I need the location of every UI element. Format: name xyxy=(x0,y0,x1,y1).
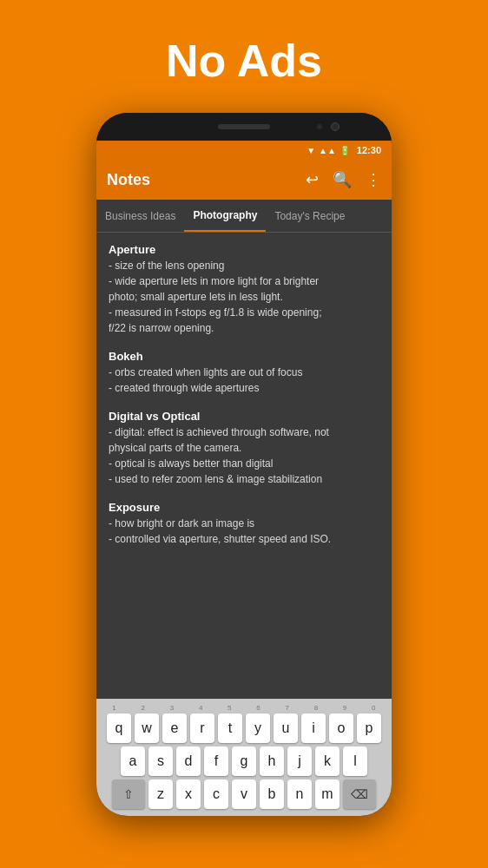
note-exposure-line1: - how bright or dark an image is xyxy=(109,516,379,531)
note-aperture-line3: photo; small aperture lets in less light… xyxy=(109,289,379,305)
key-a[interactable]: a xyxy=(121,746,145,776)
note-aperture-title: Aperture xyxy=(109,243,379,256)
note-exposure-line2: - controlled via aperture, shutter speed… xyxy=(109,531,379,547)
key-f[interactable]: f xyxy=(204,746,228,776)
note-bokeh-line1: - orbs created when lights are out of fo… xyxy=(109,365,379,380)
status-bar-icons: ▼ ▲▲ 🔋 12:30 xyxy=(307,145,381,155)
app-toolbar: Notes ↩ 🔍 ⋮ xyxy=(96,160,392,200)
key-w[interactable]: w xyxy=(135,713,159,743)
note-aperture-line2: - wide aperture lets in more light for a… xyxy=(109,273,379,289)
tab-todays-recipe[interactable]: Today's Recipe xyxy=(266,200,353,232)
delete-key[interactable]: ⌫ xyxy=(343,779,376,809)
key-y[interactable]: y xyxy=(246,713,270,743)
key-b[interactable]: b xyxy=(260,779,284,809)
key-l[interactable]: l xyxy=(343,746,367,776)
note-aperture: Aperture - size of the lens opening - wi… xyxy=(109,243,379,336)
key-p[interactable]: p xyxy=(357,713,381,743)
key-u[interactable]: u xyxy=(274,713,298,743)
toolbar-icons: ↩ 🔍 ⋮ xyxy=(306,170,381,189)
tab-business-ideas[interactable]: Business Ideas xyxy=(96,200,184,232)
keyboard-row-1: q w e r t y u i o p xyxy=(100,713,388,743)
network-icon: ▲▲ xyxy=(319,146,336,155)
battery-icon: 🔋 xyxy=(340,146,350,155)
note-digital-line3: - optical is always better than digital xyxy=(109,456,379,471)
hint-0: 0 xyxy=(361,704,386,712)
keyboard-row-2: a s d f g h j k l xyxy=(100,746,388,776)
phone-sensor xyxy=(317,124,322,129)
app-title: Notes xyxy=(107,171,306,189)
keyboard-number-hints: 1 2 3 4 5 6 7 8 9 0 xyxy=(100,704,388,712)
tab-photography[interactable]: Photography xyxy=(184,200,266,232)
note-aperture-line4: - measured in f-stops eg f/1.8 is wide o… xyxy=(109,305,379,320)
key-k[interactable]: k xyxy=(315,746,340,776)
tabs-row: Business Ideas Photography Today's Recip… xyxy=(96,200,392,233)
no-ads-header: No Ads xyxy=(166,35,322,87)
status-time: 12:30 xyxy=(357,145,381,155)
notes-content: Aperture - size of the lens opening - wi… xyxy=(96,233,392,699)
more-icon[interactable]: ⋮ xyxy=(366,170,381,189)
search-icon[interactable]: 🔍 xyxy=(333,170,352,189)
note-exposure: Exposure - how bright or dark an image i… xyxy=(109,501,379,547)
note-digital-optical: Digital vs Optical - digital: effect is … xyxy=(109,410,379,487)
note-exposure-title: Exposure xyxy=(109,501,379,514)
phone-top-bar xyxy=(96,113,392,141)
hint-5: 5 xyxy=(217,704,241,712)
hint-4: 4 xyxy=(188,704,213,712)
key-d[interactable]: d xyxy=(176,746,201,776)
key-h[interactable]: h xyxy=(260,746,284,776)
key-t[interactable]: t xyxy=(218,713,242,743)
key-m[interactable]: m xyxy=(315,779,340,809)
key-r[interactable]: r xyxy=(190,713,214,743)
note-digital-line4: - used to refer zoom lens & image stabil… xyxy=(109,471,379,487)
hint-8: 8 xyxy=(304,704,328,712)
key-v[interactable]: v xyxy=(232,779,256,809)
key-q[interactable]: q xyxy=(107,713,131,743)
keyboard-area: 1 2 3 4 5 6 7 8 9 0 q w e r t y u i o p … xyxy=(96,699,392,816)
hint-9: 9 xyxy=(333,704,357,712)
note-bokeh-title: Bokeh xyxy=(109,350,379,363)
note-digital-line2: physical parts of the camera. xyxy=(109,440,379,456)
note-digital-line1: - digital: effect is achieved through so… xyxy=(109,424,379,440)
undo-icon[interactable]: ↩ xyxy=(306,170,319,189)
note-bokeh-line2: - created through wide apertures xyxy=(109,380,379,396)
hint-1: 1 xyxy=(102,704,127,712)
key-i[interactable]: i xyxy=(301,713,326,743)
hint-7: 7 xyxy=(275,704,300,712)
key-j[interactable]: j xyxy=(287,746,312,776)
shift-key[interactable]: ⇧ xyxy=(112,779,145,809)
key-z[interactable]: z xyxy=(148,779,173,809)
status-bar: ▼ ▲▲ 🔋 12:30 xyxy=(96,141,392,160)
key-n[interactable]: n xyxy=(287,779,312,809)
key-e[interactable]: e xyxy=(162,713,187,743)
hint-2: 2 xyxy=(131,704,155,712)
note-bokeh: Bokeh - orbs created when lights are out… xyxy=(109,350,379,396)
phone-camera xyxy=(331,122,340,131)
phone-shell: ▼ ▲▲ 🔋 12:30 Notes ↩ 🔍 ⋮ Business Ideas … xyxy=(96,113,392,816)
note-digital-title: Digital vs Optical xyxy=(109,410,379,423)
keyboard-row-3: ⇧ z x c v b n m ⌫ xyxy=(100,779,388,809)
key-o[interactable]: o xyxy=(329,713,353,743)
hint-6: 6 xyxy=(247,704,271,712)
key-s[interactable]: s xyxy=(148,746,173,776)
key-g[interactable]: g xyxy=(232,746,256,776)
signal-icon: ▼ xyxy=(307,146,315,155)
key-x[interactable]: x xyxy=(176,779,201,809)
note-aperture-line5: f/22 is narrow opening. xyxy=(109,320,379,336)
phone-speaker xyxy=(218,124,270,129)
hint-3: 3 xyxy=(160,704,184,712)
note-aperture-line1: - size of the lens opening xyxy=(109,258,379,273)
key-c[interactable]: c xyxy=(204,779,228,809)
